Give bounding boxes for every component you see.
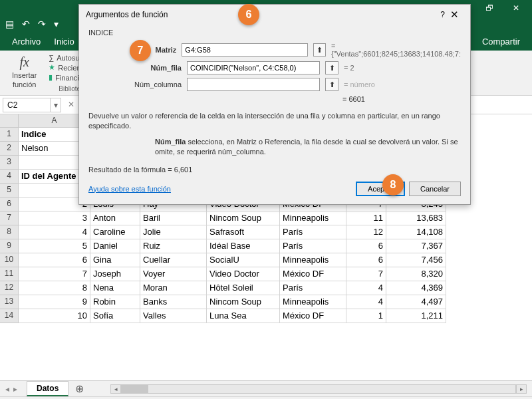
row-header[interactable]: 5 — [0, 184, 19, 198]
cell[interactable]: México DF — [280, 267, 346, 281]
cell[interactable]: Gina — [90, 253, 140, 267]
cell[interactable]: 8,320 — [386, 267, 446, 281]
tab-datos[interactable]: Datos — [27, 381, 68, 396]
cell[interactable]: 4 — [346, 281, 386, 295]
name-box[interactable] — [3, 98, 51, 112]
row-header[interactable]: 6 — [0, 198, 19, 211]
tab-next-icon[interactable]: ▸ — [13, 384, 17, 394]
cell[interactable]: 4 — [346, 295, 386, 309]
cell[interactable]: Nena — [90, 281, 140, 295]
dialog-titlebar[interactable]: Argumentos de función ? ✕ — [79, 5, 470, 25]
close-button[interactable]: ✕ — [503, 0, 529, 16]
cell[interactable]: Valles — [140, 309, 207, 323]
cell[interactable]: Joseph — [90, 267, 140, 281]
cell[interactable]: 9 — [19, 295, 90, 309]
row-header[interactable]: 8 — [0, 225, 19, 239]
cell[interactable]: Jolie — [140, 225, 207, 239]
cell[interactable]: 7,367 — [386, 239, 446, 253]
name-box-dropdown[interactable]: ▾ — [51, 98, 61, 112]
hscroll-left[interactable]: ◂ — [110, 384, 121, 394]
cell[interactable]: Daniel — [90, 239, 140, 253]
arg1-input[interactable] — [182, 43, 308, 57]
undo-icon[interactable]: ↶ — [22, 19, 30, 29]
cell[interactable]: 14,108 — [386, 225, 446, 239]
hscroll-track[interactable] — [121, 384, 516, 394]
arg3-ref-button[interactable]: ⬆ — [325, 78, 338, 91]
cell[interactable]: Voyer — [140, 267, 207, 281]
arg2-ref-button[interactable]: ⬆ — [325, 61, 338, 74]
select-all-corner[interactable] — [0, 114, 19, 128]
cell[interactable]: Minneapolis — [280, 253, 346, 267]
cell[interactable]: Anton — [90, 211, 140, 225]
row-header[interactable]: 7 — [0, 211, 19, 225]
row-header[interactable]: 4 — [0, 170, 19, 184]
redo-icon[interactable]: ↷ — [38, 19, 46, 29]
cell[interactable]: Minneapolis — [280, 295, 346, 309]
cell[interactable]: Sofía — [90, 309, 140, 323]
cell[interactable]: Baril — [140, 211, 207, 225]
arg1-ref-button[interactable]: ⬆ — [313, 43, 326, 57]
cell[interactable]: Moran — [140, 281, 207, 295]
cell[interactable]: 12 — [346, 225, 386, 239]
insert-function-button[interactable]: fx Insertar función — [8, 53, 41, 90]
qat-dropdown-icon[interactable]: ▾ — [54, 19, 59, 29]
cell[interactable]: 6 — [346, 239, 386, 253]
cell[interactable]: 4,497 — [386, 295, 446, 309]
add-sheet-button[interactable]: ⊕ — [71, 382, 88, 395]
row-header[interactable]: 12 — [0, 281, 19, 295]
cell[interactable]: 4 — [19, 225, 90, 239]
cell[interactable]: 13,683 — [386, 211, 446, 225]
cell[interactable]: Ruiz — [140, 239, 207, 253]
cell[interactable]: 7 — [346, 267, 386, 281]
help-link[interactable]: Ayuda sobre esta función — [88, 185, 171, 193]
row-header[interactable]: 10 — [0, 253, 19, 267]
hscroll-thumb[interactable] — [122, 385, 148, 393]
row-header[interactable]: 1 — [0, 128, 19, 142]
cell[interactable]: Banks — [140, 295, 207, 309]
row-header[interactable]: 11 — [0, 267, 19, 281]
row-header[interactable]: 9 — [0, 239, 19, 253]
cell[interactable]: Minneapolis — [280, 211, 346, 225]
cell[interactable]: París — [280, 225, 346, 239]
cell[interactable]: Robin — [90, 295, 140, 309]
menu-compartir[interactable]: Compartir — [475, 37, 527, 47]
cell[interactable]: 5 — [19, 239, 90, 253]
cell[interactable]: Nincom Soup — [207, 295, 280, 309]
cell[interactable]: 7 — [19, 267, 90, 281]
tab-prev-icon[interactable]: ◂ — [5, 384, 9, 394]
cell[interactable]: 6 — [346, 253, 386, 267]
arg2-input[interactable] — [187, 61, 320, 74]
cell[interactable]: 11 — [346, 211, 386, 225]
hscroll-right[interactable]: ▸ — [516, 384, 527, 394]
cell[interactable]: 4,369 — [386, 281, 446, 295]
menu-archivo[interactable]: Archivo — [5, 37, 47, 47]
cell[interactable]: 7,456 — [386, 253, 446, 267]
cell[interactable]: México DF — [280, 309, 346, 323]
cell[interactable]: Video Doctor — [207, 267, 280, 281]
cell[interactable]: Safrasoft — [207, 225, 280, 239]
dialog-close-button[interactable]: ✕ — [445, 9, 464, 21]
formula-cancel-icon[interactable]: ✕ — [68, 100, 74, 110]
cell[interactable]: 1,211 — [386, 309, 446, 323]
cell[interactable]: 3 — [19, 211, 90, 225]
cell[interactable]: Idéal Base — [207, 239, 280, 253]
save-icon[interactable]: ▤ — [5, 19, 14, 29]
cell[interactable]: 6 — [19, 253, 90, 267]
cell[interactable]: París — [280, 281, 346, 295]
cell[interactable]: Caroline — [90, 225, 140, 239]
cancel-button[interactable]: Cancelar — [409, 182, 461, 196]
cell[interactable]: SocialU — [207, 253, 280, 267]
cell[interactable]: Nincom Soup — [207, 211, 280, 225]
arg3-input[interactable] — [187, 78, 320, 91]
cell[interactable]: Luna Sea — [207, 309, 280, 323]
cell[interactable]: Cuellar — [140, 253, 207, 267]
row-header[interactable]: 2 — [0, 142, 19, 156]
cell[interactable]: 8 — [19, 281, 90, 295]
cell[interactable]: 1 — [346, 309, 386, 323]
cell[interactable]: 10 — [19, 309, 90, 323]
dialog-help-button[interactable]: ? — [440, 10, 445, 19]
row-header[interactable]: 13 — [0, 295, 19, 309]
maximize-button[interactable]: 🗗 — [476, 0, 503, 16]
row-header[interactable]: 3 — [0, 156, 19, 170]
cell[interactable]: París — [280, 239, 346, 253]
